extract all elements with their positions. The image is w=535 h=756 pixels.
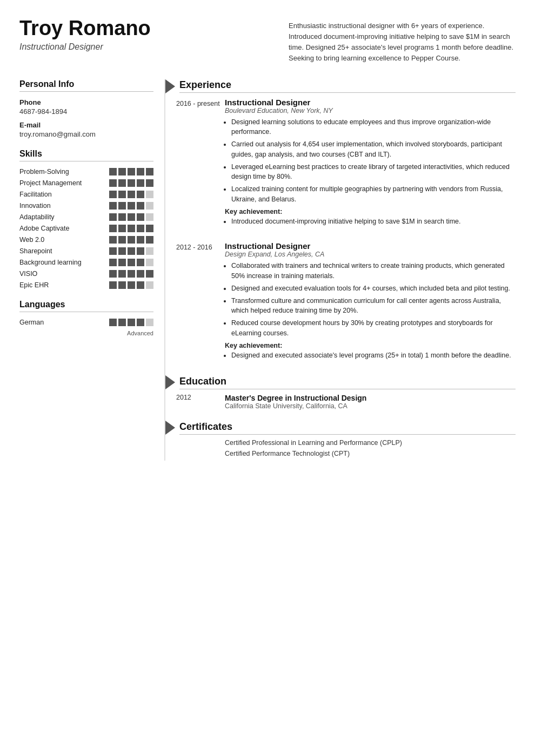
education-list: 2012Master's Degree in Instructional Des… [176, 394, 516, 410]
experience-job-title: Instructional Designer [225, 241, 516, 251]
resume-wrapper: Troy Romano Instructional Designer Enthu… [0, 0, 535, 482]
experience-bullet: Designed and executed evaluation tools f… [231, 284, 516, 294]
skill-bars [109, 168, 153, 176]
achievement-bullets: Introduced document-improving initiative… [231, 217, 516, 227]
skill-name: Epic EHR [19, 281, 105, 289]
skills-heading: Skills [19, 149, 153, 161]
language-bar [118, 319, 126, 326]
skill-name: Project Management [19, 179, 105, 187]
skill-bar [146, 191, 153, 198]
skill-bar [118, 191, 126, 198]
experience-bullet: Leveraged eLearning best practices to cr… [231, 162, 516, 183]
achievement-bullet: Introduced document-improving initiative… [231, 217, 516, 227]
experience-entry: 2012 - 2016Instructional DesignerDesign … [176, 241, 516, 363]
certificates-arrow-icon [165, 421, 175, 435]
left-column: Personal Info Phone 4687-984-1894 E-mail… [19, 79, 164, 461]
skill-row: Project Management [19, 179, 153, 187]
education-heading: Education [179, 376, 516, 389]
skill-bar [118, 225, 126, 232]
skill-bar [128, 202, 135, 210]
skill-bar [146, 281, 153, 289]
achievement-bullets: Designed and executed associate's level … [231, 350, 516, 361]
experience-bullet: Reduced course development hours by 30% … [231, 318, 516, 339]
skill-bars [109, 247, 153, 255]
experience-bullet: Localized training content for multiple … [231, 184, 516, 205]
skill-bars [109, 225, 153, 232]
skill-bar [128, 247, 135, 255]
columns: Personal Info Phone 4687-984-1894 E-mail… [19, 79, 516, 461]
skill-bar [118, 168, 126, 176]
skill-bar [146, 213, 153, 221]
language-name-row: German [19, 319, 153, 326]
skill-bar [118, 202, 126, 210]
language-bars [109, 319, 153, 326]
skill-name: Facilitation [19, 191, 105, 198]
skill-bar [109, 168, 117, 176]
skill-bar [137, 179, 144, 187]
skill-bar [109, 270, 117, 278]
language-bar [137, 319, 144, 326]
experience-content: Instructional DesignerDesign Expand, Los… [225, 241, 516, 363]
skill-row: Background learning [19, 259, 153, 266]
skill-bar [109, 259, 117, 266]
skill-bar [118, 213, 126, 221]
experience-job-title: Instructional Designer [225, 98, 516, 107]
experience-date: 2016 - present [176, 98, 225, 230]
skills-list: Problem-SolvingProject ManagementFacilit… [19, 168, 153, 289]
skill-name: Problem-Solving [19, 168, 105, 176]
language-row: GermanAdvanced [19, 319, 153, 336]
experience-company: Boulevard Education, New York, NY [225, 107, 516, 114]
email-value: troy.romano@gmail.com [19, 130, 153, 138]
education-section-header: Education [176, 375, 516, 389]
experience-bullet: Carried out analysis for 4,654 user impl… [231, 139, 516, 160]
skill-bar [146, 236, 153, 244]
skill-bar [128, 236, 135, 244]
skill-name: Adobe Captivate [19, 225, 105, 232]
phone-label: Phone [19, 98, 153, 106]
skill-bars [109, 179, 153, 187]
skill-name: Sharepoint [19, 247, 105, 255]
experience-bullets: Designed learning solutions to educate e… [231, 117, 516, 205]
experience-section-header: Experience [176, 79, 516, 93]
language-bar [128, 319, 135, 326]
skill-bars [109, 270, 153, 278]
skill-bar [109, 191, 117, 198]
skill-bar [109, 247, 117, 255]
email-label: E-mail [19, 121, 153, 129]
education-arrow-icon [165, 375, 175, 389]
skill-bars [109, 202, 153, 210]
experience-entry: 2016 - presentInstructional DesignerBoul… [176, 98, 516, 230]
right-column: Experience 2016 - presentInstructional D… [164, 79, 516, 461]
experience-arrow-icon [165, 79, 175, 93]
certificate-entry: Certified Professional in Learning and P… [176, 439, 516, 447]
experience-date: 2012 - 2016 [176, 241, 225, 363]
language-bar [109, 319, 117, 326]
candidate-title: Instructional Designer [19, 42, 151, 52]
skill-bar [109, 281, 117, 289]
skill-bar [137, 247, 144, 255]
skill-row: Problem-Solving [19, 168, 153, 176]
skill-bar [128, 259, 135, 266]
skill-bar [137, 191, 144, 198]
skill-bar [146, 202, 153, 210]
skill-bar [146, 270, 153, 278]
certificates-list: Certified Professional in Learning and P… [176, 439, 516, 457]
languages-list: GermanAdvanced [19, 319, 153, 336]
skill-bar [137, 225, 144, 232]
skill-bar [137, 270, 144, 278]
skill-name: Background learning [19, 259, 105, 266]
skill-row: Adaptability [19, 213, 153, 221]
education-institution: California State University, California,… [225, 402, 366, 410]
skill-bar [146, 179, 153, 187]
skill-bars [109, 191, 153, 198]
skill-bar [137, 236, 144, 244]
skill-bar [146, 247, 153, 255]
experience-bullet: Transformed culture and communication cu… [231, 296, 516, 316]
skill-bar [128, 213, 135, 221]
skill-bars [109, 213, 153, 221]
skill-row: Web 2.0 [19, 236, 153, 244]
skill-bar [118, 179, 126, 187]
skill-bar [118, 259, 126, 266]
header: Troy Romano Instructional Designer Enthu… [19, 17, 516, 64]
skill-bar [146, 168, 153, 176]
